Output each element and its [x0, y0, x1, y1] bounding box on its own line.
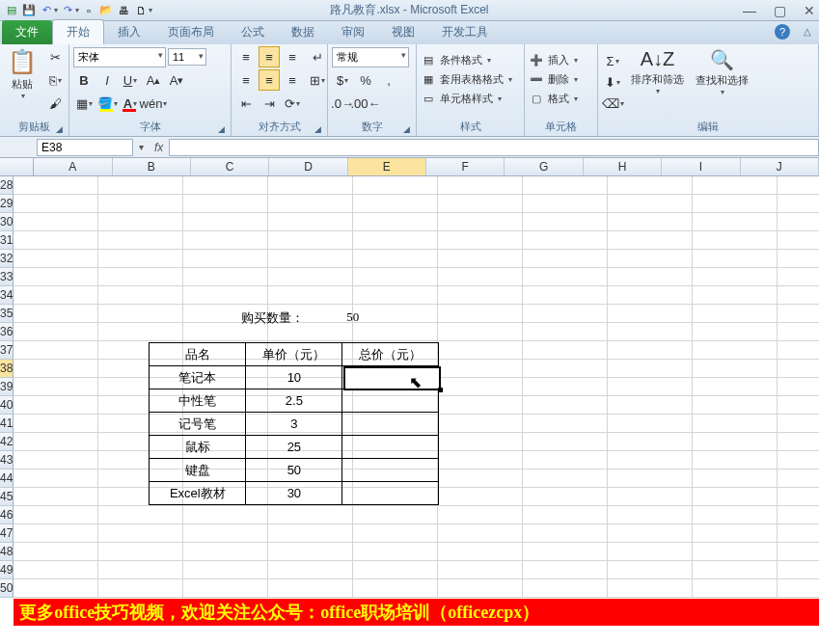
cell[interactable]: [608, 286, 693, 305]
cell[interactable]: [14, 488, 98, 506]
cell[interactable]: [523, 176, 608, 195]
cell[interactable]: [353, 561, 438, 579]
cell[interactable]: [523, 415, 608, 433]
cell[interactable]: [98, 305, 183, 323]
row-header[interactable]: 41: [0, 415, 14, 433]
cell[interactable]: [778, 341, 819, 360]
cell[interactable]: [693, 195, 778, 213]
tab-data[interactable]: 数据: [278, 20, 328, 44]
cell[interactable]: [693, 524, 778, 543]
clear-icon[interactable]: ⌫▾: [602, 93, 623, 114]
formula-input[interactable]: [169, 139, 819, 156]
bold-button[interactable]: B: [73, 69, 95, 91]
cell[interactable]: [14, 451, 98, 470]
cell[interactable]: [438, 451, 523, 470]
cell[interactable]: [268, 543, 353, 561]
cell[interactable]: [353, 305, 438, 323]
row-header[interactable]: 48: [0, 543, 14, 561]
align-right-icon[interactable]: ≡: [282, 69, 303, 91]
col-header[interactable]: H: [584, 158, 662, 175]
cell[interactable]: [268, 524, 353, 543]
cell[interactable]: [523, 305, 608, 323]
row-header[interactable]: 47: [0, 524, 14, 543]
align-launcher-icon[interactable]: ◢: [314, 124, 321, 134]
cell[interactable]: [438, 268, 523, 286]
cell[interactable]: [608, 433, 693, 451]
maximize-icon[interactable]: ▢: [774, 3, 786, 18]
cell[interactable]: [183, 195, 268, 213]
col-header[interactable]: C: [191, 158, 269, 175]
cell[interactable]: [438, 543, 523, 561]
cell[interactable]: [523, 433, 608, 451]
row-header[interactable]: 30: [0, 213, 14, 231]
cell[interactable]: [778, 213, 819, 231]
cell[interactable]: [523, 470, 608, 488]
cell[interactable]: [183, 213, 268, 231]
cell[interactable]: [693, 488, 778, 506]
number-launcher-icon[interactable]: ◢: [403, 124, 410, 134]
align-center-icon[interactable]: ≡: [259, 69, 280, 91]
merge-center-icon[interactable]: ⊞▾: [307, 69, 328, 91]
cell[interactable]: [778, 195, 819, 213]
cell[interactable]: [14, 341, 98, 360]
cell[interactable]: [353, 286, 438, 305]
cell[interactable]: [14, 360, 98, 378]
cell[interactable]: [778, 231, 819, 250]
cell[interactable]: [778, 176, 819, 195]
cell[interactable]: [14, 470, 98, 488]
align-middle-icon[interactable]: ≡: [259, 46, 280, 67]
cell[interactable]: [778, 506, 819, 524]
cell[interactable]: [778, 268, 819, 286]
align-top-icon[interactable]: ≡: [235, 46, 257, 67]
cell[interactable]: [523, 524, 608, 543]
cell[interactable]: [98, 195, 183, 213]
cell[interactable]: [778, 378, 819, 396]
cell[interactable]: [693, 415, 778, 433]
cell[interactable]: [14, 195, 98, 213]
format-painter-icon[interactable]: 🖌: [44, 93, 66, 114]
cell[interactable]: [608, 195, 693, 213]
row-header[interactable]: 44: [0, 470, 14, 488]
print-preview-icon[interactable]: 🖶: [116, 3, 131, 18]
cell[interactable]: [693, 543, 778, 561]
cell[interactable]: [14, 506, 98, 524]
cell[interactable]: [183, 176, 268, 195]
cell[interactable]: [14, 396, 98, 415]
cell[interactable]: [608, 213, 693, 231]
redo-icon[interactable]: ↷: [60, 3, 75, 18]
tab-dev[interactable]: 开发工具: [428, 20, 502, 44]
cell[interactable]: [14, 213, 98, 231]
cell[interactable]: [183, 286, 268, 305]
cell[interactable]: [98, 543, 183, 561]
cell[interactable]: [778, 579, 819, 598]
cell[interactable]: [353, 213, 438, 231]
cell[interactable]: [183, 231, 268, 250]
dec-decimal-icon[interactable]: .00←: [355, 93, 376, 114]
row-header[interactable]: 29: [0, 195, 14, 213]
font-launcher-icon[interactable]: ◢: [218, 124, 225, 134]
grow-font-icon[interactable]: A▴: [143, 69, 164, 91]
cell[interactable]: [98, 561, 183, 579]
wrap-text-icon[interactable]: ↵: [307, 46, 328, 67]
cell[interactable]: [693, 433, 778, 451]
cell[interactable]: [14, 524, 98, 543]
cell[interactable]: [523, 286, 608, 305]
cell[interactable]: [608, 231, 693, 250]
col-header[interactable]: E: [348, 158, 426, 175]
cell[interactable]: [183, 579, 268, 598]
cell[interactable]: [438, 195, 523, 213]
cell[interactable]: [778, 250, 819, 268]
cell[interactable]: [523, 195, 608, 213]
undo-dd-icon[interactable]: ▾: [54, 6, 58, 14]
cell[interactable]: [608, 396, 693, 415]
cell[interactable]: [608, 341, 693, 360]
row-header[interactable]: 34: [0, 286, 14, 305]
row-headers[interactable]: 2829303132333435363738394041424344454647…: [0, 176, 14, 598]
cell[interactable]: [693, 231, 778, 250]
cell[interactable]: [353, 195, 438, 213]
cell[interactable]: [523, 396, 608, 415]
row-header[interactable]: 49: [0, 561, 14, 579]
cell[interactable]: [778, 451, 819, 470]
italic-button[interactable]: I: [96, 69, 118, 91]
format-as-table-button[interactable]: ▦套用表格格式▾: [421, 69, 512, 89]
